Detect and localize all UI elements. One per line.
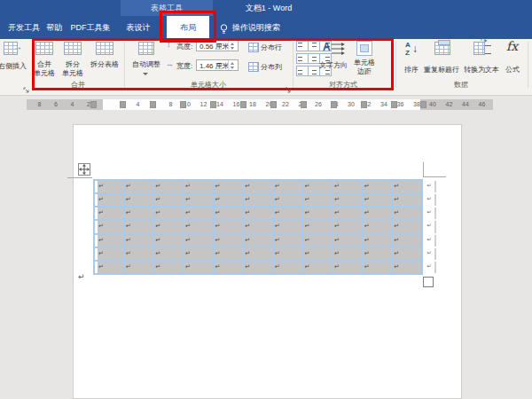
table-cell[interactable]: ↵ — [364, 221, 392, 232]
table-cell[interactable]: ↵ — [393, 207, 421, 219]
rows-columns-dialog-launcher-icon[interactable] — [23, 82, 30, 89]
table-cell[interactable]: ↵ — [244, 194, 272, 206]
table-cell[interactable]: ↵ — [364, 248, 392, 260]
width-spinner[interactable] — [228, 60, 237, 70]
ruler-column-marker[interactable] — [120, 101, 126, 108]
table-cell[interactable]: ↵ — [244, 207, 272, 219]
table-cell[interactable]: ↵ — [333, 181, 362, 192]
table-cell[interactable]: ↵ — [154, 235, 183, 246]
align-middle-left-icon[interactable] — [296, 53, 309, 64]
table-cell[interactable]: ↵ — [215, 248, 243, 260]
split-table-button[interactable]: 拆分表格 — [89, 60, 121, 69]
table-cell[interactable]: ↵ — [274, 235, 302, 246]
table-cell[interactable]: ↵ — [95, 235, 123, 246]
table-cell[interactable]: ↵ — [303, 262, 332, 273]
table-cell[interactable]: ↵ — [154, 194, 183, 206]
table-cell[interactable]: ↵ — [95, 262, 123, 273]
align-bottom-left-icon[interactable] — [296, 66, 309, 76]
table-cell[interactable]: ↵ — [184, 248, 213, 260]
table-cell[interactable]: ↵ — [393, 221, 421, 232]
table-cell[interactable]: ↵ — [333, 194, 362, 206]
table-cell[interactable]: ↵ — [95, 248, 123, 260]
table-resize-handle[interactable] — [423, 277, 434, 287]
ruler-column-marker[interactable] — [420, 101, 426, 108]
table-cell[interactable]: ↵ — [303, 207, 332, 219]
ruler-column-marker[interactable] — [391, 101, 397, 108]
table-cell[interactable]: ↵ — [154, 207, 183, 219]
table-cell[interactable]: ↵ — [303, 235, 332, 246]
tab-help[interactable]: 帮助 — [44, 16, 64, 39]
table-cell[interactable]: ↵ — [95, 194, 123, 206]
table-cell[interactable]: ↵ — [393, 181, 421, 192]
ruler-column-marker[interactable] — [180, 101, 186, 108]
table-cell[interactable]: ↵ — [95, 181, 123, 192]
table-cell[interactable]: ↵ — [274, 181, 302, 192]
split-cells-button[interactable]: 拆分 单元格 — [60, 60, 85, 78]
table-cell[interactable]: ↵ — [364, 194, 392, 206]
table-cell[interactable]: ↵ — [274, 207, 302, 219]
table-cell[interactable]: ↵ — [154, 181, 183, 192]
ruler-column-marker[interactable] — [210, 101, 216, 108]
table-cell[interactable]: ↵ — [125, 221, 153, 232]
ruler-column-marker[interactable] — [90, 101, 97, 108]
table-cell[interactable]: ↵ — [154, 262, 183, 273]
table-cell[interactable]: ↵ — [393, 194, 421, 206]
table-cell[interactable]: ↵ — [303, 248, 332, 260]
table-cell[interactable]: ↵ — [364, 235, 392, 246]
table-cell[interactable]: ↵ — [184, 235, 213, 246]
autofit-button[interactable]: 自动调整 — [126, 60, 167, 69]
table-cell[interactable]: ↵ — [364, 181, 392, 192]
ruler-column-marker[interactable] — [301, 101, 307, 108]
table-cell[interactable]: ↵ — [333, 248, 362, 260]
table-cell[interactable]: ↵ — [244, 181, 272, 192]
table-cell[interactable]: ↵ — [215, 221, 243, 232]
align-top-center-icon[interactable] — [308, 41, 320, 51]
table-cell[interactable]: ↵ — [303, 194, 332, 206]
table-cell[interactable]: ↵ — [125, 207, 153, 219]
table-cell[interactable]: ↵ — [184, 194, 213, 206]
ruler-column-marker[interactable] — [270, 101, 277, 108]
tab-table-design[interactable]: 表设计 — [124, 16, 153, 39]
table-move-handle[interactable] — [78, 163, 90, 176]
convert-to-text-button[interactable]: 转换为文本 — [461, 66, 502, 74]
table-cell[interactable]: ↵ — [215, 262, 243, 273]
table-cell[interactable]: ↵ — [244, 221, 272, 232]
table-cell[interactable]: ↵ — [244, 235, 272, 246]
table-cell[interactable]: ↵ — [125, 194, 153, 206]
repeat-header-rows-button[interactable]: 重复标题行 — [420, 66, 463, 74]
table-cell[interactable]: ↵ — [215, 207, 243, 219]
table-cell[interactable]: ↵ — [184, 181, 213, 192]
merge-cells-button[interactable]: 合并 单元格 — [32, 60, 57, 78]
distribute-columns-button[interactable]: 分布列 — [260, 63, 283, 72]
tab-pdf-toolset[interactable]: PDF工具集 — [69, 16, 112, 39]
ruler-column-marker[interactable] — [331, 101, 337, 108]
formula-button[interactable]: 公式 — [500, 66, 525, 74]
table-cell[interactable]: ↵ — [303, 221, 332, 232]
table-cell[interactable]: ↵ — [184, 207, 213, 219]
height-input[interactable]: 0.56 厘米 — [196, 40, 239, 51]
text-direction-button[interactable]: 文字方向 — [316, 61, 351, 70]
tab-developer-tools[interactable]: 开发工具 — [7, 16, 41, 39]
table-cell[interactable]: ↵ — [364, 262, 392, 273]
table-cell[interactable]: ↵ — [333, 221, 362, 232]
table-cell[interactable]: ↵ — [393, 248, 421, 260]
table-cell[interactable]: ↵ — [244, 248, 272, 260]
table-cell[interactable]: ↵ — [95, 207, 123, 219]
autofit-dropdown-icon[interactable] — [143, 73, 148, 75]
align-top-left-icon[interactable] — [296, 41, 309, 51]
table-cell[interactable]: ↵ — [125, 262, 153, 273]
table-cell[interactable]: ↵ — [333, 207, 362, 219]
table-cell[interactable]: ↵ — [95, 221, 123, 232]
cell-size-dialog-launcher-icon[interactable] — [285, 82, 292, 89]
table-cell[interactable]: ↵ — [125, 235, 153, 246]
table-cell[interactable]: ↵ — [125, 181, 153, 192]
table-cell[interactable]: ↵ — [244, 262, 272, 273]
table-cell[interactable]: ↵ — [333, 235, 362, 246]
ruler-column-marker[interactable] — [361, 101, 367, 108]
insert-right-button[interactable]: 右侧插入 — [0, 62, 32, 71]
cell-margins-button[interactable]: 单元格 边距 — [349, 59, 379, 76]
distribute-rows-button[interactable]: 分布行 — [260, 43, 283, 52]
ruler-column-marker[interactable] — [240, 101, 246, 108]
table-cell[interactable]: ↵ — [364, 207, 392, 219]
table-cell[interactable]: ↵ — [303, 181, 332, 192]
